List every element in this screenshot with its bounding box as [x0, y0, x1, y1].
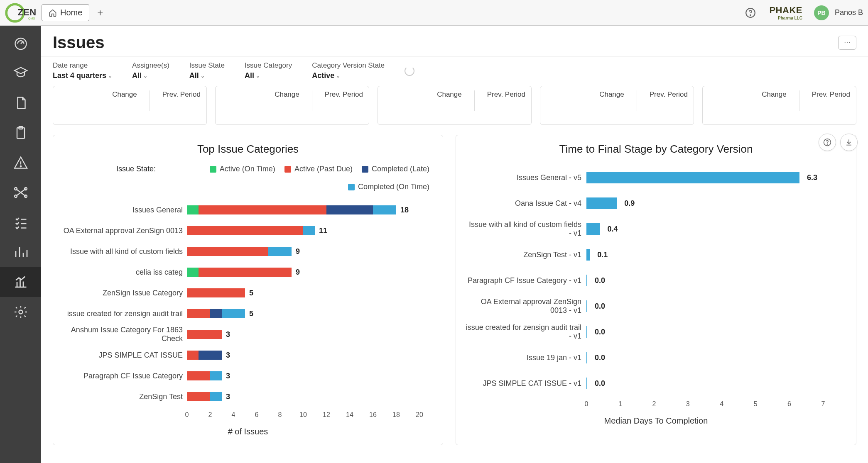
sidebar-item-training[interactable] — [0, 58, 41, 88]
bar — [586, 275, 587, 286]
bar-total: 3 — [226, 372, 230, 380]
tab-home[interactable]: Home — [42, 4, 89, 21]
more-button[interactable]: ⋯ — [838, 36, 856, 50]
bar-row[interactable]: Issue with all kind of custom fields 9 — [62, 241, 434, 262]
chart-help-button[interactable] — [819, 134, 836, 151]
chevron-down-icon: ⌄ — [143, 73, 147, 79]
bar-row[interactable]: Paragraph CF Issue Category - v1 0.0 — [465, 268, 847, 293]
bar-row[interactable]: Anshum Issue Category For 1863 Check 3 — [62, 324, 434, 345]
avatar[interactable]: PB — [814, 5, 829, 20]
svg-point-13 — [19, 310, 22, 314]
bar-total: 9 — [296, 247, 300, 256]
sidebar-item-analytics[interactable] — [0, 267, 41, 297]
bar — [586, 172, 799, 183]
bar-row[interactable]: Issues General 18 — [62, 200, 434, 220]
filter-assignee-s-[interactable]: Assignee(s) All ⌄ — [132, 61, 169, 80]
bar-label: issue created for zensign audit trail - … — [465, 323, 581, 340]
filter-date-range[interactable]: Date range Last 4 quarters ⌄ — [53, 61, 112, 80]
x-tick: 10 — [299, 411, 307, 419]
legend-item[interactable]: Active (On Time) — [210, 165, 275, 173]
bar-row[interactable]: JPS SIMPLE CAT ISSUE - v1 0.0 — [465, 370, 847, 396]
kpi-change-label: Change — [112, 90, 137, 111]
x-tick: 4 — [232, 411, 235, 419]
sidebar-item-issues[interactable] — [0, 148, 41, 178]
main-content: Issues ⋯ Date range Last 4 quarters ⌄Ass… — [41, 26, 868, 463]
bar-total: 18 — [400, 206, 409, 214]
bar-segment — [187, 247, 268, 256]
chart-download-button[interactable] — [840, 134, 858, 151]
bar-label: OA External approval ZenSign 0013 — [62, 227, 183, 235]
sidebar-item-dashboard[interactable] — [0, 28, 41, 58]
sidebar — [0, 26, 41, 463]
bar-segment — [187, 268, 199, 277]
x-tick: 20 — [416, 411, 423, 419]
bar-segment — [210, 309, 222, 318]
new-tab-button[interactable]: + — [93, 5, 108, 20]
bar-row[interactable]: Issues General - v5 6.3 — [465, 165, 847, 190]
x-axis-label: Median Days To Completion — [465, 416, 847, 426]
bar-row[interactable]: issue created for zensign audit trail 5 — [62, 303, 434, 324]
sidebar-item-settings[interactable] — [0, 297, 41, 327]
bar-value: 0.0 — [595, 302, 605, 311]
legend-item[interactable]: Completed (Late) — [362, 165, 429, 173]
chart-top-issue-categories: Top Issue Categories Issue State:Active … — [53, 135, 443, 445]
chart-legend: Issue State:Active (On Time)Active (Past… — [62, 165, 434, 191]
bar-row[interactable]: celia iss categ 9 — [62, 262, 434, 283]
brand-logo: PHAKE Pharma LLC — [769, 5, 802, 20]
tab-home-label: Home — [60, 8, 82, 17]
chevron-down-icon: ⌄ — [336, 73, 340, 79]
bar-row[interactable]: OA External approval ZenSign 0013 11 — [62, 220, 434, 241]
bar-segment — [187, 309, 210, 318]
bar-row[interactable]: Oana Issue Cat - v4 0.9 — [465, 190, 847, 216]
bar-row[interactable]: Issue with all kind of custom fields - v… — [465, 216, 847, 242]
bar-label: issue created for zensign audit trail — [62, 309, 183, 318]
kpi-card: Change Prev. Period — [53, 86, 207, 125]
brand-name: PHAKE — [769, 5, 802, 16]
bar-total: 5 — [249, 309, 253, 318]
bar — [586, 300, 587, 312]
x-tick: 4 — [720, 400, 723, 408]
x-tick: 8 — [278, 411, 282, 419]
user-name[interactable]: Panos B — [835, 8, 863, 17]
x-tick: 12 — [323, 411, 330, 419]
legend-item[interactable]: Completed (On Time) — [348, 183, 429, 191]
sidebar-item-clipboard[interactable] — [0, 118, 41, 148]
legend-lead: Issue State: — [116, 165, 156, 173]
help-icon[interactable] — [743, 6, 758, 20]
bar-value: 0.4 — [608, 225, 618, 234]
sidebar-item-workflows[interactable] — [0, 178, 41, 207]
bar-row[interactable]: JPS SIMPLE CAT ISSUE 3 — [62, 345, 434, 366]
bar-segment — [187, 330, 222, 339]
bar-row[interactable]: OA External approval ZenSign 0013 - v1 0… — [465, 293, 847, 319]
sidebar-item-documents[interactable] — [0, 88, 41, 118]
bar-row[interactable]: ZenSign Test - v1 0.1 — [465, 242, 847, 268]
filter-category-version-state[interactable]: Category Version State Active ⌄ — [312, 61, 385, 80]
chart-time-to-final-stage: Time to Final Stage by Category Version … — [456, 135, 856, 445]
bar — [586, 352, 587, 363]
sidebar-item-tasks[interactable] — [0, 207, 41, 237]
bar-segment — [303, 226, 315, 235]
kpi-prev-label: Prev. Period — [487, 90, 525, 111]
filter-issue-category[interactable]: Issue Category All ⌄ — [245, 61, 292, 80]
sidebar-item-reports[interactable] — [0, 237, 41, 267]
bar — [586, 197, 617, 209]
bar-label: celia iss categ — [62, 268, 183, 277]
svg-text:ZEN: ZEN — [17, 7, 36, 17]
bar-segment — [199, 351, 222, 360]
bar-row[interactable]: ZenSign Issue Category 5 — [62, 283, 434, 303]
bar-label: ZenSign Issue Category — [62, 289, 183, 297]
filter-issue-state[interactable]: Issue State All ⌄ — [189, 61, 225, 80]
bar-label: ZenSign Test — [62, 392, 183, 401]
bar-label: Anshum Issue Category For 1863 Check — [62, 326, 183, 343]
bar-row[interactable]: Issue 19 jan - v1 0.0 — [465, 345, 847, 370]
bar-row[interactable]: issue created for zensign audit trail - … — [465, 319, 847, 345]
kpi-prev-label: Prev. Period — [325, 90, 363, 111]
kpi-card: Change Prev. Period — [215, 86, 369, 125]
legend-item[interactable]: Active (Past Due) — [284, 165, 353, 173]
loading-spinner-icon — [405, 66, 414, 76]
bar-total: 9 — [296, 268, 300, 277]
x-tick: 6 — [787, 400, 791, 408]
bar-segment — [187, 205, 199, 214]
bar-row[interactable]: ZenSign Test 3 — [62, 386, 434, 407]
bar-row[interactable]: Paragraph CF Issue Category 3 — [62, 366, 434, 386]
